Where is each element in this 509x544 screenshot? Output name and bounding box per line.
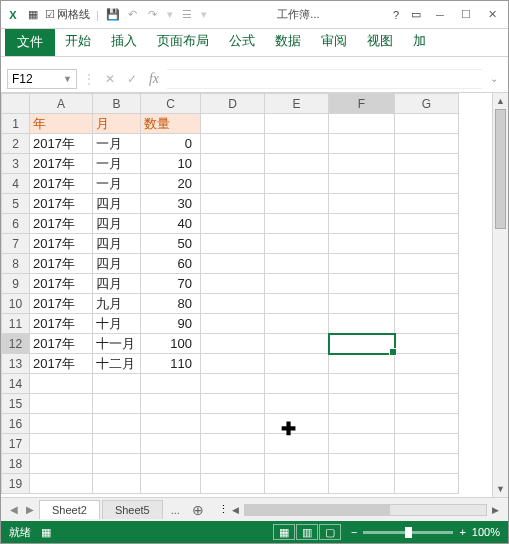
cell[interactable] bbox=[329, 114, 395, 134]
select-all-corner[interactable] bbox=[2, 94, 30, 114]
cell[interactable] bbox=[201, 254, 265, 274]
row-header[interactable]: 10 bbox=[2, 294, 30, 314]
zoom-slider[interactable] bbox=[363, 531, 453, 534]
cell[interactable] bbox=[201, 234, 265, 254]
cell[interactable]: 2017年 bbox=[30, 214, 93, 234]
cell[interactable] bbox=[30, 394, 93, 414]
tab-review[interactable]: 审阅 bbox=[311, 28, 357, 56]
cell[interactable] bbox=[265, 394, 329, 414]
cell[interactable] bbox=[201, 154, 265, 174]
row-header[interactable]: 9 bbox=[2, 274, 30, 294]
cell[interactable]: 一月 bbox=[93, 134, 141, 154]
row-header[interactable]: 12 bbox=[2, 334, 30, 354]
cell[interactable]: 十月 bbox=[93, 314, 141, 334]
cell[interactable] bbox=[93, 454, 141, 474]
sort-icon[interactable]: ☰ bbox=[179, 7, 195, 23]
row-header[interactable]: 4 bbox=[2, 174, 30, 194]
cell[interactable] bbox=[201, 374, 265, 394]
cell[interactable]: 一月 bbox=[93, 174, 141, 194]
cell[interactable] bbox=[265, 254, 329, 274]
formula-expand-icon[interactable]: ⌄ bbox=[486, 73, 502, 84]
cell[interactable] bbox=[265, 454, 329, 474]
cell[interactable] bbox=[395, 274, 459, 294]
cell[interactable]: 60 bbox=[141, 254, 201, 274]
cell[interactable]: 四月 bbox=[93, 194, 141, 214]
quicklayout-icon[interactable]: ▦ bbox=[25, 7, 41, 23]
cell[interactable]: 四月 bbox=[93, 274, 141, 294]
cell[interactable] bbox=[395, 454, 459, 474]
cell[interactable] bbox=[30, 374, 93, 394]
cell[interactable] bbox=[201, 274, 265, 294]
scroll-down-icon[interactable]: ▼ bbox=[493, 481, 508, 497]
row-header[interactable]: 3 bbox=[2, 154, 30, 174]
cell[interactable]: 2017年 bbox=[30, 234, 93, 254]
cell[interactable] bbox=[265, 154, 329, 174]
zoom-out-icon[interactable]: − bbox=[351, 526, 357, 538]
cell[interactable]: 30 bbox=[141, 194, 201, 214]
tab-data[interactable]: 数据 bbox=[265, 28, 311, 56]
cell[interactable] bbox=[93, 434, 141, 454]
cell[interactable]: 2017年 bbox=[30, 194, 93, 214]
cell[interactable] bbox=[395, 354, 459, 374]
cell[interactable] bbox=[395, 414, 459, 434]
cell[interactable] bbox=[93, 394, 141, 414]
cell[interactable]: 40 bbox=[141, 214, 201, 234]
cell[interactable] bbox=[265, 414, 329, 434]
row-header[interactable]: 1 bbox=[2, 114, 30, 134]
col-header-B[interactable]: B bbox=[93, 94, 141, 114]
cell[interactable] bbox=[395, 394, 459, 414]
tab-formulas[interactable]: 公式 bbox=[219, 28, 265, 56]
row-header[interactable]: 19 bbox=[2, 474, 30, 494]
cell[interactable] bbox=[141, 474, 201, 494]
cell[interactable] bbox=[265, 194, 329, 214]
cell[interactable] bbox=[329, 174, 395, 194]
cell[interactable]: 2017年 bbox=[30, 294, 93, 314]
cell[interactable]: 2017年 bbox=[30, 274, 93, 294]
col-header-C[interactable]: C bbox=[141, 94, 201, 114]
cell[interactable]: 月 bbox=[93, 114, 141, 134]
cell[interactable] bbox=[265, 354, 329, 374]
col-header-G[interactable]: G bbox=[395, 94, 459, 114]
tab-nav-next-icon[interactable]: ▶ bbox=[23, 504, 37, 515]
cell[interactable] bbox=[329, 254, 395, 274]
vertical-scrollbar[interactable]: ▲ ▼ bbox=[492, 93, 508, 497]
cell[interactable] bbox=[329, 334, 395, 354]
cell[interactable] bbox=[93, 474, 141, 494]
view-layout-icon[interactable]: ▥ bbox=[296, 524, 318, 540]
cell[interactable] bbox=[201, 294, 265, 314]
cell[interactable] bbox=[265, 174, 329, 194]
cell[interactable] bbox=[265, 434, 329, 454]
cell[interactable] bbox=[395, 154, 459, 174]
row-header[interactable]: 5 bbox=[2, 194, 30, 214]
col-header-F[interactable]: F bbox=[329, 94, 395, 114]
hscroll-right-icon[interactable]: ▶ bbox=[489, 505, 502, 515]
cell[interactable] bbox=[201, 434, 265, 454]
scroll-up-icon[interactable]: ▲ bbox=[493, 93, 508, 109]
row-header[interactable]: 15 bbox=[2, 394, 30, 414]
name-box-dropdown-icon[interactable]: ▼ bbox=[63, 74, 72, 84]
cell[interactable] bbox=[395, 254, 459, 274]
row-header[interactable]: 14 bbox=[2, 374, 30, 394]
cell[interactable] bbox=[141, 414, 201, 434]
zoom-value[interactable]: 100% bbox=[472, 526, 500, 538]
cell[interactable] bbox=[30, 474, 93, 494]
cell[interactable] bbox=[30, 434, 93, 454]
cell[interactable] bbox=[329, 314, 395, 334]
cell[interactable] bbox=[141, 374, 201, 394]
cell[interactable]: 70 bbox=[141, 274, 201, 294]
cell[interactable] bbox=[201, 354, 265, 374]
cell[interactable] bbox=[265, 334, 329, 354]
cell[interactable]: 2017年 bbox=[30, 154, 93, 174]
cell[interactable] bbox=[201, 314, 265, 334]
cell[interactable]: 数量 bbox=[141, 114, 201, 134]
cell[interactable] bbox=[329, 454, 395, 474]
cell[interactable]: 十二月 bbox=[93, 354, 141, 374]
tab-file[interactable]: 文件 bbox=[5, 29, 55, 56]
tab-insert[interactable]: 插入 bbox=[101, 28, 147, 56]
cell[interactable] bbox=[395, 194, 459, 214]
cell[interactable] bbox=[329, 234, 395, 254]
maximize-button[interactable]: ☐ bbox=[454, 5, 478, 25]
row-header[interactable]: 17 bbox=[2, 434, 30, 454]
cell[interactable] bbox=[395, 334, 459, 354]
close-button[interactable]: ✕ bbox=[480, 5, 504, 25]
